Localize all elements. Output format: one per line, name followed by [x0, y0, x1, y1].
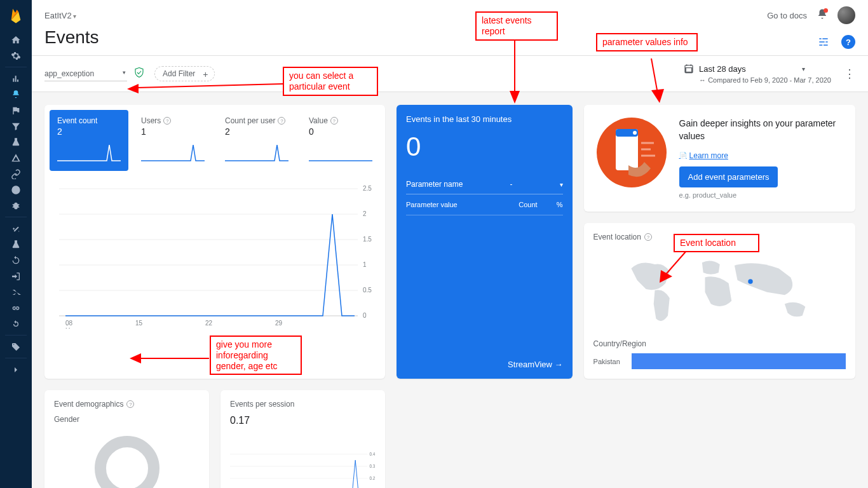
metric-value[interactable]: Value ? 0	[301, 110, 380, 171]
metric-count-per-user[interactable]: Count per user ? 2	[217, 110, 296, 171]
realtime-count: 0	[406, 132, 563, 162]
gender-label: Gender	[54, 415, 200, 424]
main-line-chart: 2.5 2 1.5 1 0.5 0 08 15 22 29 Mar	[44, 176, 385, 341]
sidebar-login-icon[interactable]	[0, 268, 32, 284]
parameter-insights-card: Gain deeper insights on your parameter v…	[584, 105, 855, 212]
parameter-table-header: Parameter value Count %	[406, 194, 563, 215]
sidebar-beaker-icon[interactable]	[0, 150, 32, 166]
session-label: Events per session	[230, 400, 376, 409]
sidebar-flask-icon[interactable]	[0, 236, 32, 252]
annotation-event-location: Event location	[674, 234, 759, 252]
svg-text:2.5: 2.5	[363, 185, 372, 192]
sidebar-lab-icon[interactable]	[0, 134, 32, 150]
sidebar-chain-icon[interactable]	[0, 300, 32, 316]
sidebar-debug-icon[interactable]	[0, 198, 32, 214]
project-selector[interactable]: EatItV2	[44, 11, 76, 20]
customize-icon[interactable]	[817, 36, 830, 48]
svg-point-21	[633, 131, 637, 135]
filter-bar: app_exception Add Filter Last 28 days ▾ …	[32, 55, 868, 92]
shield-icon	[133, 67, 145, 81]
svg-text:0.2: 0.2	[369, 476, 375, 480]
svg-text:0.5: 0.5	[363, 287, 372, 294]
session-chart: 0.4 0.3 0.2 0.1 0 08 15 22 29 Mar	[230, 426, 376, 488]
metric-event-count[interactable]: Event count 2	[50, 110, 128, 171]
stream-view-link[interactable]: StreamView	[406, 264, 563, 369]
world-map[interactable]	[593, 248, 846, 330]
sidebar-clock-icon[interactable]	[0, 182, 32, 198]
sidebar-analytics-icon[interactable]	[0, 71, 32, 86]
sidebar-wand-icon[interactable]	[0, 220, 32, 236]
svg-text:1.5: 1.5	[363, 236, 372, 243]
session-value: 0.17	[230, 415, 376, 426]
svg-text:0.4: 0.4	[369, 452, 375, 456]
svg-text:1: 1	[363, 261, 367, 268]
notifications-icon[interactable]	[817, 8, 828, 22]
svg-text:Mar: Mar	[65, 327, 76, 329]
svg-text:0: 0	[363, 312, 367, 319]
sidebar-home-icon[interactable]	[0, 32, 32, 48]
realtime-events-card: Events in the last 30 minutes 0 Paramete…	[397, 105, 573, 379]
annotation-demographics: give you more inforegarding gender, age …	[210, 336, 302, 375]
svg-point-26	[100, 442, 154, 488]
sidebar-expand-icon[interactable]	[0, 362, 32, 377]
event-demographics-card: Event demographics ? Gender Age	[44, 390, 209, 488]
sidebar-events-icon[interactable]	[0, 86, 32, 102]
header: EatItV2 Go to docs Events ?	[32, 0, 868, 55]
svg-text:29: 29	[275, 320, 283, 327]
country-row: Pakistan	[593, 353, 846, 369]
more-menu-icon[interactable]: ⋮	[844, 67, 855, 81]
help-icon[interactable]: ?	[841, 35, 855, 49]
date-range-picker[interactable]: Last 28 days ▾ Compared to Feb 9, 2020 -…	[684, 64, 831, 84]
event-select[interactable]: app_exception	[44, 67, 127, 81]
annotation-select-event: you can select a particular event	[283, 67, 378, 96]
sidebar-settings-icon[interactable]	[0, 48, 32, 64]
svg-text:08: 08	[65, 320, 73, 327]
gender-donut-chart	[92, 433, 162, 488]
realtime-title: Events in the last 30 minutes	[406, 114, 563, 124]
go-to-docs-link[interactable]: Go to docs	[767, 11, 807, 20]
date-compare-label: Compared to Feb 9, 2020 - Mar 7, 2020	[699, 76, 831, 84]
metric-users[interactable]: Users ? 1	[133, 110, 212, 171]
phone-illustration-icon	[597, 118, 667, 187]
add-filter-button[interactable]: Add Filter	[154, 66, 215, 81]
sidebar-flag-icon[interactable]	[0, 102, 32, 118]
demographics-label: Event demographics ?	[54, 400, 200, 409]
sidebar-refresh-icon[interactable]	[0, 316, 32, 332]
svg-text:22: 22	[205, 320, 213, 327]
add-event-parameters-button[interactable]: Add event parameters	[679, 166, 778, 187]
annotation-latest-events: latest events report	[475, 11, 558, 41]
insights-title: Gain deeper insights on your parameter v…	[679, 118, 843, 142]
events-per-session-card: Events per session 0.17 0.4 0.3 0.2 0.1 …	[220, 390, 385, 488]
user-avatar[interactable]	[837, 6, 855, 24]
svg-text:2: 2	[363, 210, 367, 217]
firebase-logo[interactable]	[0, 0, 32, 32]
page-title: Events	[44, 27, 855, 55]
date-range-label: Last 28 days	[699, 64, 746, 74]
sidebar-tag-icon[interactable]	[0, 339, 32, 355]
svg-point-25	[748, 279, 752, 283]
sidebar	[0, 0, 32, 488]
sidebar-funnel-icon[interactable]	[0, 118, 32, 134]
svg-text:15: 15	[135, 320, 143, 327]
parameter-name-select[interactable]: Parameter name - ▾	[406, 175, 563, 194]
country-region-header: Country/Region	[593, 339, 846, 348]
example-text: e.g. product_value	[679, 191, 843, 199]
svg-text:0.3: 0.3	[369, 464, 375, 468]
learn-more-link[interactable]: Learn more	[679, 151, 728, 160]
sidebar-sync-icon[interactable]	[0, 252, 32, 268]
sidebar-link-icon[interactable]	[0, 166, 32, 182]
annotation-param-info: parameter values info	[596, 33, 698, 51]
sidebar-shuffle-icon[interactable]	[0, 284, 32, 300]
